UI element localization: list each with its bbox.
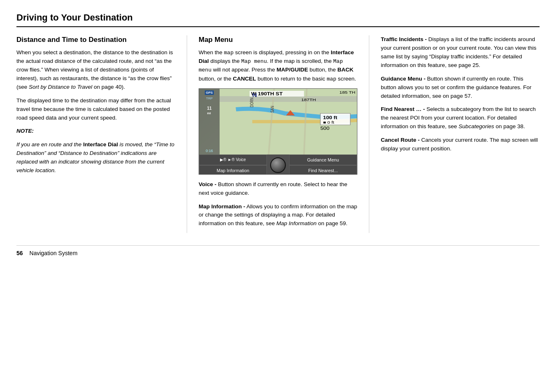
interface-dial[interactable] <box>270 157 286 173</box>
map-trip: TRP <box>206 97 213 100</box>
svg-rect-1 <box>220 96 357 102</box>
map-btn-map-info[interactable]: Map Information <box>199 165 267 175</box>
page-title: Driving to Your Destination <box>16 12 540 23</box>
gps-badge: GPS <box>205 90 214 95</box>
col-more-options: Traffic Incidents - Displays a list of t… <box>369 35 540 233</box>
svg-text:500: 500 <box>320 126 330 130</box>
col1-note-body: If you are en route and the Interface Di… <box>16 141 175 175</box>
map-btn-find-nearest[interactable]: Find Nearest... <box>289 165 357 175</box>
col1-note-title: NOTE: <box>16 127 175 136</box>
col2-map-info-desc: Map Information - Allows you to confirm … <box>199 203 357 228</box>
col2-voice-desc: Voice - Button shown if currently en rou… <box>199 180 357 198</box>
map-center-dial <box>267 154 289 175</box>
col3-traffic: Traffic Incidents - Displays a list of t… <box>381 35 540 70</box>
svg-text:100 ft: 100 ft <box>323 115 338 120</box>
col-distance-time: Distance and Time to Destination When yo… <box>16 35 187 233</box>
svg-text:DORN: DORN <box>250 97 254 107</box>
col3-find: Find Nearest … - Selects a subcategory f… <box>381 105 540 131</box>
title-divider <box>16 26 540 27</box>
map-image: GPS TRP 11mi 0:16 <box>199 88 357 175</box>
map-area: GPS TRP 11mi 0:16 <box>199 89 357 154</box>
map-menu-grid: ▶® ►® Voice Guidance Menu Map Informatio… <box>199 154 357 175</box>
footer-page-number: 56 <box>16 250 23 256</box>
col3-cancel: Cancel Route - Cancels your current rout… <box>381 136 540 153</box>
map-time: 0:16 <box>206 149 213 154</box>
col1-title: Distance and Time to Destination <box>16 35 175 44</box>
voice-icon: ▶® <box>220 157 226 162</box>
col2-intro: When the map screen is displayed, pressi… <box>199 48 357 83</box>
svg-text:■ 0 ft: ■ 0 ft <box>323 120 334 124</box>
map-btn-guidance[interactable]: Guidance Menu <box>289 154 357 165</box>
svg-text:187TH: 187TH <box>301 97 316 101</box>
col2-title: Map Menu <box>199 35 357 44</box>
footer: 56 Navigation System <box>16 245 540 256</box>
svg-text:SAN: SAN <box>270 106 275 112</box>
svg-text:N: N <box>252 92 257 98</box>
col1-para1: When you select a destination, the dista… <box>16 48 175 92</box>
map-btn-voice[interactable]: ▶® ►® Voice <box>199 154 267 165</box>
col-map-menu: Map Menu When the map screen is displaye… <box>187 35 369 233</box>
col1-para2: The displayed time to the destination ma… <box>16 97 175 122</box>
map-left-panel: GPS TRP 11mi 0:16 <box>199 89 220 154</box>
footer-nav-label: Navigation System <box>30 250 78 256</box>
col3-guidance: Guidance Menu - Button shown if currentl… <box>381 75 540 101</box>
svg-text:185 TH: 185 TH <box>339 90 355 94</box>
map-dist-mi: 11mi <box>207 106 211 115</box>
